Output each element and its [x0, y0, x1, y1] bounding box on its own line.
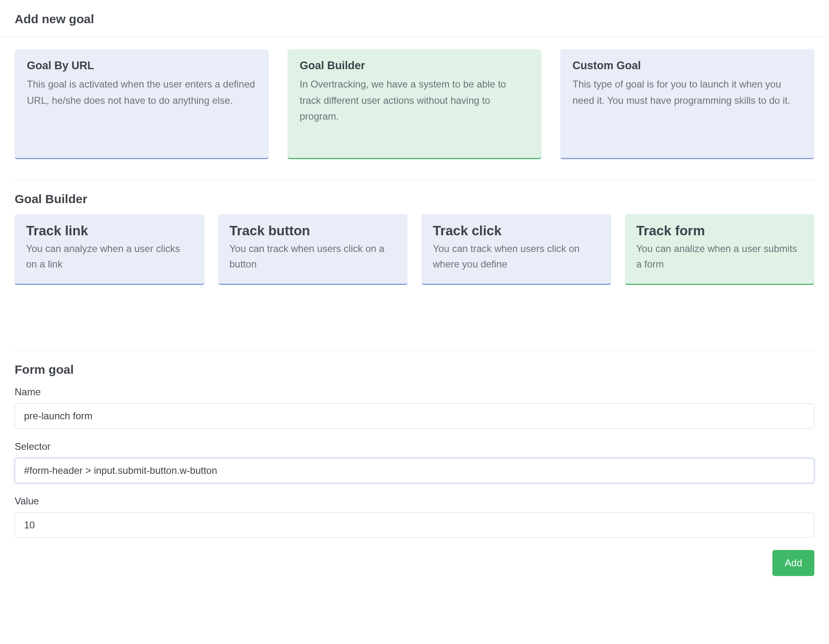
goal-type-card-custom[interactable]: Custom Goal This type of goal is for you… [560, 49, 814, 159]
goal-type-title: Goal Builder [300, 59, 529, 72]
builder-option-title: Track link [26, 223, 193, 239]
button-row: Add [15, 550, 814, 576]
form-group-selector: Selector [15, 441, 814, 483]
goal-type-desc: This type of goal is for you to launch i… [572, 76, 802, 108]
page-title: Add new goal [15, 12, 814, 26]
builder-option-desc: You can analyze when a user clicks on a … [26, 241, 193, 272]
value-input[interactable] [15, 513, 814, 538]
goal-type-title: Goal By URL [27, 59, 257, 72]
add-button[interactable]: Add [772, 550, 814, 576]
builder-option-track-button[interactable]: Track button You can track when users cl… [218, 214, 408, 285]
builder-option-title: Track form [636, 223, 803, 239]
builder-option-title: Track button [230, 223, 397, 239]
builder-option-track-form[interactable]: Track form You can analize when a user s… [625, 214, 815, 285]
builder-section-title: Goal Builder [15, 192, 814, 206]
section-divider [15, 180, 814, 180]
goal-type-desc: This goal is activated when the user ent… [27, 76, 257, 108]
goal-type-card-builder[interactable]: Goal Builder In Overtracking, we have a … [287, 49, 542, 159]
add-goal-page: Add new goal Goal By URL This goal is ac… [0, 0, 829, 592]
builder-option-track-link[interactable]: Track link You can analyze when a user c… [15, 214, 204, 285]
selector-input[interactable] [15, 458, 814, 483]
goal-type-row: Goal By URL This goal is activated when … [15, 49, 814, 159]
builder-option-track-click[interactable]: Track click You can track when users cli… [421, 214, 611, 285]
header-divider [0, 37, 829, 37]
form-group-value: Value [15, 495, 814, 538]
goal-type-desc: In Overtracking, we have a system to be … [300, 76, 529, 125]
name-label: Name [15, 386, 814, 398]
goal-type-card-url[interactable]: Goal By URL This goal is activated when … [15, 49, 269, 159]
section-divider [15, 350, 814, 350]
builder-option-desc: You can track when users click on a butt… [230, 241, 397, 272]
selector-label: Selector [15, 441, 814, 452]
builder-options-row: Track link You can analyze when a user c… [15, 214, 814, 285]
builder-option-desc: You can analize when a user submits a fo… [636, 241, 803, 272]
value-label: Value [15, 495, 814, 507]
builder-option-title: Track click [433, 223, 600, 239]
form-section-title: Form goal [15, 363, 814, 377]
goal-type-title: Custom Goal [572, 59, 802, 72]
builder-option-desc: You can track when users click on where … [433, 241, 600, 272]
form-group-name: Name [15, 386, 814, 429]
name-input[interactable] [15, 403, 814, 429]
